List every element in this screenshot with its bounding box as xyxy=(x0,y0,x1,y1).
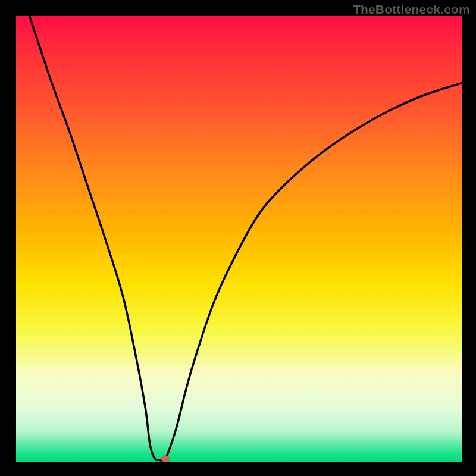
curve-layer xyxy=(16,16,462,462)
plot-area xyxy=(16,16,462,462)
chart-stage: TheBottleneck.com xyxy=(0,0,476,476)
bottleneck-curve xyxy=(30,16,463,461)
watermark-text: TheBottleneck.com xyxy=(353,2,470,17)
minimum-marker-icon xyxy=(161,455,170,462)
